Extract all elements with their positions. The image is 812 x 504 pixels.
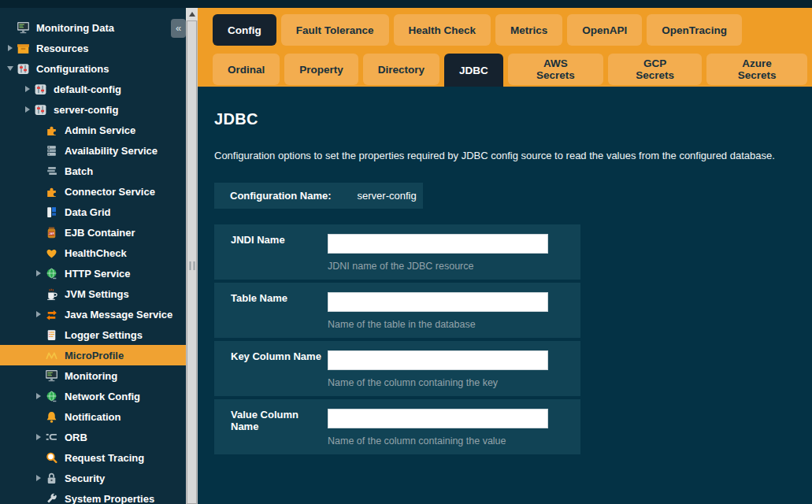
- sidebar-item-label: Logger Settings: [65, 329, 143, 341]
- field-label: Value Column Name: [214, 409, 328, 454]
- sidebar-item-label: Network Config: [65, 391, 140, 402]
- sidebar-item-availability-service[interactable]: Availability Service: [0, 140, 186, 161]
- tab-gcp-secrets[interactable]: GCP Secrets: [608, 54, 702, 85]
- sidebar-item-orb[interactable]: ORB: [0, 427, 186, 447]
- puzzle-icon: [44, 124, 58, 137]
- sidebar-item-label: Availability Service: [65, 145, 158, 157]
- sidebar-item-label: Java Message Service: [65, 309, 172, 321]
- field-help-text: Name of the table in the database: [328, 319, 548, 330]
- sidebar-item-monitoring-data[interactable]: Monitoring Data: [0, 17, 186, 38]
- sidebar-item-microprofile[interactable]: MicroProfile: [0, 345, 186, 365]
- tab-jdbc[interactable]: JDBC: [444, 54, 503, 87]
- tab-directory[interactable]: Directory: [363, 54, 439, 85]
- layers-icon: [44, 165, 58, 178]
- page-title: JDBC: [214, 110, 812, 128]
- table-name-input[interactable]: [328, 292, 548, 312]
- tab-config[interactable]: Config: [213, 14, 276, 46]
- sidebar-item-label: Configurations: [36, 63, 109, 75]
- sidebar-item-label: JVM Settings: [65, 288, 129, 300]
- tab-ordinal[interactable]: Ordinal: [213, 54, 280, 85]
- sidebar-item-configurations[interactable]: Configurations: [0, 58, 186, 79]
- sidebar-item-request-tracing[interactable]: Request Tracing: [0, 447, 186, 468]
- expand-right-icon[interactable]: [33, 270, 44, 276]
- sidebar-item-admin-service[interactable]: Admin Service: [0, 120, 186, 140]
- sidebar-item-security[interactable]: Security: [0, 468, 186, 488]
- main-panel: ConfigFault ToleranceHealth CheckMetrics…: [198, 8, 812, 504]
- field-help-text: JDNI name of the JDBC resource: [328, 261, 548, 272]
- tab-fault-tolerance[interactable]: Fault Tolerance: [281, 14, 389, 46]
- sidebar-item-resources[interactable]: Resources: [0, 38, 186, 58]
- tab-opentracing[interactable]: OpenTracing: [647, 14, 742, 46]
- sidebar-item-label: default-config: [54, 83, 121, 95]
- up-arrow-icon: [189, 12, 195, 17]
- bell-icon: [44, 410, 58, 424]
- sidebar-item-monitoring[interactable]: Monitoring: [0, 365, 186, 386]
- tab-aws-secrets[interactable]: AWS Secrets: [508, 54, 603, 85]
- mp-icon: [44, 349, 58, 362]
- admin-console-screen: Monitoring DataResourcesConfigurationsde…: [0, 0, 812, 504]
- expand-right-icon[interactable]: [33, 434, 44, 440]
- sidebar-item-default-config[interactable]: default-config: [0, 79, 186, 99]
- field-row-jndi-name: JNDI NameJDNI name of the JDBC resource: [214, 224, 580, 280]
- value-column-name-input[interactable]: [328, 409, 548, 428]
- monitor-icon: [44, 369, 58, 383]
- sidebar-item-data-grid[interactable]: Data Grid: [0, 202, 186, 222]
- sidebar-item-connector-service[interactable]: Connector Service: [0, 181, 186, 202]
- sidebar-item-server-config[interactable]: server-config: [0, 99, 186, 120]
- jndi-name-input[interactable]: [328, 234, 548, 254]
- sidebar-item-jvm-settings[interactable]: JVM Settings: [0, 284, 186, 304]
- expand-right-icon[interactable]: [5, 45, 16, 51]
- sidebar-item-notification[interactable]: Notification: [0, 406, 186, 427]
- tab-row-microprofile: ConfigFault ToleranceHealth CheckMetrics…: [213, 14, 812, 46]
- sidebar-item-label: HealthCheck: [65, 247, 127, 259]
- svg-text:JAR: JAR: [49, 232, 54, 235]
- configuration-name-label: Configuration Name:: [230, 190, 332, 202]
- expand-right-icon[interactable]: [33, 393, 44, 399]
- grid-icon: [44, 206, 58, 219]
- field-help-text: Name of the column containing the key: [328, 377, 548, 388]
- field-help-text: Name of the column containing the value: [328, 435, 548, 447]
- tab-metrics[interactable]: Metrics: [495, 14, 562, 46]
- tab-health-check[interactable]: Health Check: [394, 14, 491, 46]
- tab-row-config-sources: OrdinalPropertyDirectoryJDBCAWS SecretsG…: [213, 54, 812, 87]
- tab-property[interactable]: Property: [284, 54, 358, 85]
- sidebar-item-http-service[interactable]: HTTP Service: [0, 263, 186, 284]
- scrollbar-thumb[interactable]: [187, 20, 197, 504]
- expand-right-icon[interactable]: [22, 86, 33, 92]
- expand-right-icon[interactable]: [33, 311, 44, 317]
- sidebar-item-label: Notification: [65, 411, 121, 423]
- expand-right-icon[interactable]: [22, 106, 33, 113]
- sidebar-item-logger-settings[interactable]: Logger Settings: [0, 324, 186, 345]
- sidebar-item-label: MicroProfile: [65, 350, 124, 361]
- sidebar-item-system-properties[interactable]: System Properties: [0, 488, 186, 504]
- monitor-icon: [16, 21, 30, 35]
- sidebar-item-label: Monitoring: [65, 370, 117, 382]
- tab-openapi[interactable]: OpenAPI: [567, 14, 642, 46]
- tab-azure-secrets[interactable]: Azure Secrets: [706, 54, 807, 85]
- field-row-table-name: Table NameName of the table in the datab…: [214, 283, 580, 338]
- sidebar-item-java-message-service[interactable]: Java Message Service: [0, 304, 186, 324]
- navigation-tree: Monitoring DataResourcesConfigurationsde…: [0, 8, 186, 504]
- sidebar-item-network-config[interactable]: Network Config: [0, 386, 186, 406]
- sidebar-item-batch[interactable]: Batch: [0, 161, 186, 181]
- heart-icon: [44, 246, 58, 260]
- sidebar-item-label: Connector Service: [65, 186, 155, 198]
- expand-right-icon[interactable]: [33, 475, 44, 481]
- sidebar-item-healthcheck[interactable]: HealthCheck: [0, 243, 186, 263]
- box-icon: [16, 42, 30, 55]
- top-strip: [0, 0, 812, 8]
- key-column-name-input[interactable]: [328, 350, 548, 370]
- sidebar-collapse-button[interactable]: «: [171, 19, 186, 38]
- sidebar-item-label: Resources: [36, 43, 88, 54]
- sidebar-scrollbar[interactable]: [186, 8, 198, 504]
- sidebar-item-label: Batch: [65, 165, 93, 177]
- sidebar-item-label: Admin Service: [65, 124, 135, 136]
- configuration-name-value: server-config: [358, 190, 417, 202]
- jdbc-form: JNDI NameJDNI name of the JDBC resourceT…: [214, 224, 812, 454]
- lock-icon: [44, 472, 58, 485]
- content-panel: JDBC Configuration options to set the pr…: [198, 110, 812, 454]
- expand-down-icon[interactable]: [5, 66, 16, 71]
- sidebar-item-ejb-container[interactable]: JAREJB Container: [0, 222, 186, 243]
- coffee-icon: [44, 287, 58, 301]
- scroll-up-button[interactable]: [186, 8, 198, 20]
